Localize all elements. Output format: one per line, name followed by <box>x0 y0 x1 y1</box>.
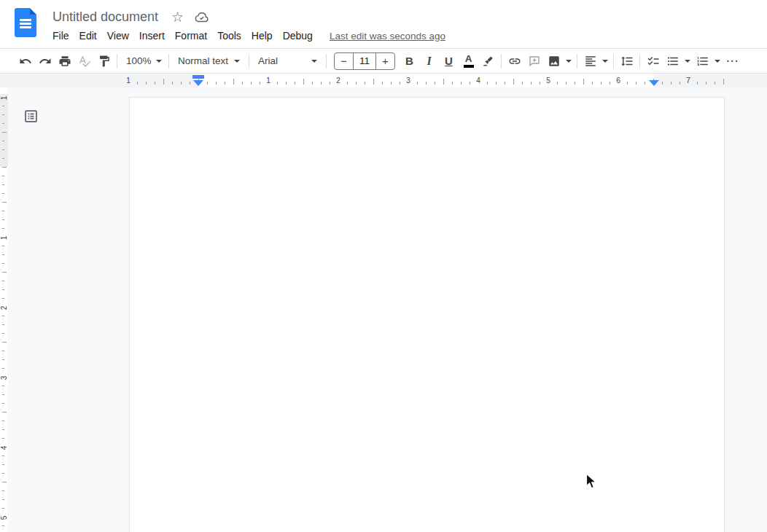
menu-view[interactable]: View <box>102 28 134 43</box>
italic-icon: I <box>427 55 431 68</box>
bold-button[interactable]: B <box>400 51 419 71</box>
font-size-control: − 11 + <box>334 52 395 70</box>
toolbar-separator <box>168 54 169 69</box>
toolbar: 100% Normal text Arial − 11 + B I U <box>0 48 767 74</box>
print-icon <box>58 55 71 68</box>
ruler-number: 3 <box>404 77 413 85</box>
toolbar-separator <box>501 54 502 69</box>
increase-font-size-button[interactable]: + <box>376 53 394 69</box>
ruler-number: 7 <box>684 77 693 85</box>
paragraph-style-select[interactable]: Normal text <box>172 51 246 71</box>
menu-format[interactable]: Format <box>170 28 212 43</box>
ruler-number: 5 <box>0 514 8 522</box>
ruler-number: 1 <box>0 234 8 242</box>
menubar: File Edit View Insert Format Tools Help … <box>47 27 445 44</box>
align-dropdown[interactable] <box>600 51 610 71</box>
chevron-down-icon <box>715 60 720 63</box>
font-family-select[interactable]: Arial <box>252 51 323 71</box>
bulleted-list-button[interactable] <box>663 51 682 71</box>
more-options-button[interactable]: ⋯ <box>723 51 742 71</box>
paragraph-style-value: Normal text <box>178 55 230 66</box>
line-spacing-icon <box>620 55 634 68</box>
insert-image-button[interactable] <box>544 51 564 71</box>
first-line-indent-marker[interactable] <box>192 75 204 79</box>
toolbar-separator <box>613 54 614 69</box>
add-comment-icon <box>528 55 541 68</box>
ruler-number: 1 <box>124 77 133 85</box>
print-button[interactable] <box>55 51 74 71</box>
docs-logo-icon[interactable] <box>15 8 36 37</box>
menu-debug[interactable]: Debug <box>278 28 318 43</box>
ruler-number: 4 <box>474 77 483 85</box>
add-comment-button[interactable] <box>524 51 544 71</box>
star-icon[interactable]: ☆ <box>171 10 184 24</box>
menu-insert[interactable]: Insert <box>134 28 170 43</box>
toolbar-separator <box>249 54 249 69</box>
chevron-down-icon <box>602 60 608 63</box>
logo-fold-cut <box>30 8 36 15</box>
ruler-number: 2 <box>0 304 8 312</box>
ruler-number: 2 <box>334 77 343 85</box>
text-color-icon: A <box>464 54 474 68</box>
highlighter-icon <box>482 55 495 68</box>
chevron-down-icon <box>685 60 690 63</box>
document-title[interactable]: Untitled document <box>52 9 158 25</box>
right-indent-marker[interactable] <box>649 80 659 86</box>
last-edit-link[interactable]: Last edit was seconds ago <box>330 31 445 42</box>
zoom-select[interactable]: 100% <box>120 51 166 71</box>
left-indent-marker[interactable] <box>193 80 203 86</box>
insert-image-dropdown[interactable] <box>564 51 574 71</box>
decrease-font-size-button[interactable]: − <box>335 53 353 69</box>
menu-help[interactable]: Help <box>246 28 278 43</box>
menu-file[interactable]: File <box>47 28 74 43</box>
image-icon <box>548 55 561 68</box>
align-button[interactable] <box>580 51 600 71</box>
bold-icon: B <box>405 55 413 67</box>
chevron-down-icon <box>234 60 240 63</box>
undo-icon <box>19 55 32 68</box>
menu-tools[interactable]: Tools <box>212 28 246 43</box>
bulleted-list-dropdown[interactable] <box>682 51 693 71</box>
document-outline-button[interactable] <box>22 107 39 125</box>
horizontal-ruler[interactable]: 1 1 2 3 4 5 6 7 <box>0 74 767 87</box>
toolbar-separator <box>117 54 117 69</box>
logo-line <box>20 23 31 25</box>
logo-line <box>20 26 31 28</box>
ruler-number: 1 <box>0 94 8 102</box>
document-page[interactable] <box>129 97 725 532</box>
more-options-icon: ⋯ <box>726 53 739 69</box>
checklist-button[interactable] <box>643 51 663 71</box>
highlight-color-button[interactable] <box>478 51 498 71</box>
ruler-number: 5 <box>544 77 553 85</box>
undo-button[interactable] <box>15 51 35 71</box>
vertical-ruler[interactable]: 1 1 2 3 4 5 <box>0 87 8 532</box>
google-docs-app: Untitled document ☆ File Edit View Inser… <box>0 0 767 532</box>
text-color-button[interactable]: A <box>459 51 478 71</box>
cloud-status-icon[interactable] <box>194 11 209 23</box>
header: Untitled document ☆ File Edit View Inser… <box>0 0 767 48</box>
ruler-number: 4 <box>0 444 8 452</box>
underline-button[interactable]: U <box>439 51 459 71</box>
ruler-number: 1 <box>264 77 273 85</box>
spellcheck-icon <box>78 55 91 68</box>
chevron-down-icon <box>311 60 317 63</box>
spellcheck-button[interactable] <box>74 51 94 71</box>
zoom-value: 100% <box>126 55 152 66</box>
redo-button[interactable] <box>35 51 55 71</box>
font-size-input[interactable]: 11 <box>353 53 376 69</box>
toolbar-separator <box>639 54 640 69</box>
underline-icon: U <box>445 55 453 67</box>
menu-edit[interactable]: Edit <box>74 28 102 43</box>
logo-line <box>20 19 31 21</box>
numbered-list-icon <box>696 55 709 68</box>
line-spacing-button[interactable] <box>617 51 636 71</box>
insert-link-button[interactable] <box>505 51 524 71</box>
numbered-list-dropdown[interactable] <box>712 51 723 71</box>
ruler-half-ticks <box>128 79 726 85</box>
paint-format-button[interactable] <box>94 51 114 71</box>
link-icon <box>508 55 521 68</box>
ruler-number: 3 <box>0 374 8 382</box>
numbered-list-button[interactable] <box>693 51 712 71</box>
italic-button[interactable]: I <box>419 51 439 71</box>
toolbar-separator <box>577 54 577 69</box>
